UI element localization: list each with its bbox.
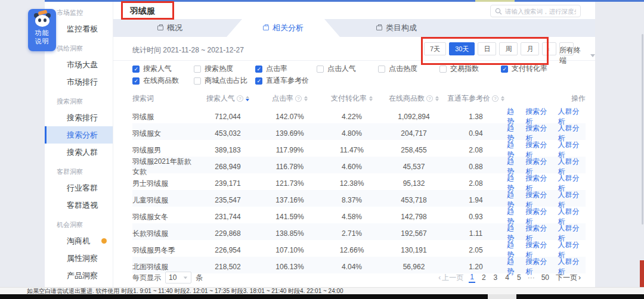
search-input[interactable]	[505, 8, 576, 15]
metric-checkbox-search-heat[interactable]: 搜索热度	[194, 64, 255, 74]
keyword-cell[interactable]: 羽绒服	[132, 112, 197, 122]
feature-help-badge[interactable]: 功能说明	[28, 9, 56, 51]
ztc-price-cell: 2.05	[445, 246, 507, 254]
keyword-cell[interactable]: 儿童羽绒服	[132, 195, 197, 205]
keyword-cell[interactable]: 羽绒服女冬	[132, 212, 197, 222]
metric-row-2: 在线商品数 商城点击占比 直通车参考价	[132, 76, 595, 86]
metric-checkbox-click-rate[interactable]: 点击率	[255, 64, 317, 74]
sidebar-item-customer-perspective[interactable]: 客群透视	[45, 197, 113, 214]
sidebar-item-market-overview[interactable]: 市场大盘	[45, 56, 113, 73]
metric-label: 交易指数	[450, 64, 479, 74]
tab-label: 概况	[167, 23, 182, 33]
sort-icon[interactable]	[304, 96, 308, 101]
sidebar-item-search-analysis[interactable]: 搜索分析	[45, 126, 113, 144]
col-search-popularity[interactable]: 搜索人气	[197, 94, 259, 104]
info-icon[interactable]	[295, 95, 302, 102]
keyword-table: 搜索词 搜索人气 点击率 支付转化率 在线商品数	[113, 90, 595, 273]
metric-checkbox-click-popularity[interactable]: 点击人气	[317, 64, 378, 74]
sidebar-item-search-ranking[interactable]: 搜索排行	[45, 109, 113, 126]
metric-checkbox-online-products[interactable]: 在线商品数	[132, 76, 194, 86]
keyword-cell[interactable]: 羽绒服男	[132, 145, 197, 155]
tab-overview[interactable]: 概况	[113, 19, 227, 37]
col-payment-conversion[interactable]: 支付转化率	[321, 94, 383, 104]
tab-label: 类目构成	[386, 23, 417, 33]
info-icon[interactable]	[426, 95, 433, 102]
col-online-products[interactable]: 在线商品数	[383, 94, 445, 104]
info-icon[interactable]	[492, 95, 499, 102]
per-page-value: 10	[169, 273, 177, 282]
table-row: 羽绒服男 389,183 117.99% 11.47% 258,455 2.08…	[132, 140, 586, 157]
metric-checkbox-ztc-reference-price[interactable]: 直通车参考价	[255, 76, 317, 86]
period-day-button[interactable]: 日	[478, 42, 496, 55]
period-button-group: 7天 30天 日 周 月	[424, 42, 574, 55]
metric-checkbox-mall-click-share[interactable]: 商城点击占比	[194, 76, 255, 86]
tab-related-analysis[interactable]: 相关分析	[227, 19, 340, 37]
sort-icon[interactable]	[435, 96, 439, 101]
terminal-select[interactable]: 所有终端	[559, 45, 595, 66]
sidebar-item-attribute-insight[interactable]: 属性洞察	[45, 250, 113, 267]
ztc-price-cell: 1.11	[445, 229, 507, 238]
sidebar-item-industry-customers[interactable]: 行业客群	[45, 179, 113, 197]
sort-icon[interactable]	[369, 96, 373, 101]
sidebar-item-product-insight[interactable]: 产品洞察	[45, 267, 113, 284]
page-number-2[interactable]: 2	[481, 273, 487, 282]
page-title: 羽绒服	[130, 6, 155, 17]
page-number-5[interactable]: 5	[516, 273, 522, 282]
period-30d-button[interactable]: 30天	[449, 42, 475, 55]
page-number-4[interactable]: 4	[504, 273, 510, 282]
sidebar-section-customer-insight: 客群洞察	[45, 161, 113, 179]
next-page-button[interactable]: 下一页	[556, 273, 581, 283]
tab-category-composition[interactable]: 类目构成	[340, 19, 453, 37]
page-ellipsis: ···	[528, 273, 535, 282]
sort-icon[interactable]	[246, 96, 249, 101]
col-ztc-price[interactable]: 直通车参考价	[445, 94, 507, 104]
page-number-3[interactable]: 3	[493, 273, 499, 282]
col-click-rate[interactable]: 点击率	[259, 94, 321, 104]
click-rate-cell: 139.69%	[259, 129, 321, 138]
period-month-button[interactable]: 月	[521, 42, 539, 55]
sidebar-item-tao-opportunity[interactable]: 淘商机	[45, 232, 113, 250]
keyword-cell[interactable]: 羽绒服男冬季	[132, 245, 197, 256]
period-week-button[interactable]: 周	[499, 42, 518, 55]
keyword-search-box[interactable]	[490, 5, 581, 17]
keyword-cell[interactable]: 男士羽绒服	[132, 179, 197, 189]
chevron-down-icon	[590, 54, 595, 57]
sidebar-item-market-ranking[interactable]: 市场排行	[45, 73, 113, 91]
tab-label: 相关分析	[273, 23, 304, 33]
prev-page-button[interactable]: 上一页	[438, 273, 463, 283]
metric-label: 点击率	[266, 64, 287, 74]
pagination-bar: 每页显示 10 条 上一页 1 2 3 4 5 ··· 50 下一页	[132, 271, 581, 284]
search-popularity-cell: 712,044	[197, 113, 259, 121]
sidebar-item-search-audience[interactable]: 搜索人群	[45, 144, 113, 161]
checkbox-checked-icon	[255, 77, 262, 85]
period-prev-button[interactable]	[542, 42, 556, 55]
metric-checkbox-search-popularity[interactable]: 搜索人气	[132, 64, 194, 74]
col-keyword: 搜索词	[132, 94, 197, 104]
metric-checkbox-payment-conversion[interactable]: 支付转化率	[501, 64, 562, 74]
feature-help-label: 功能说明	[35, 29, 50, 45]
metric-checkbox-transaction-index[interactable]: 交易指数	[439, 64, 501, 74]
payment-conversion-cell: 2.71%	[321, 229, 383, 238]
checkbox-checked-icon	[501, 66, 508, 73]
keyword-cell[interactable]: 北面羽绒服	[132, 262, 197, 272]
payment-conversion-cell: 4.22%	[321, 113, 383, 121]
module-icon	[376, 26, 382, 30]
keyword-cell[interactable]: 羽绒服女	[132, 129, 197, 139]
keyword-cell[interactable]: 长款羽绒服	[132, 229, 197, 239]
table-row: 羽绒服女 453,032 139.69% 4.80% 204,717 0.94 …	[132, 123, 586, 140]
sort-icon[interactable]	[501, 96, 504, 101]
payment-conversion-cell: 8.37%	[321, 196, 383, 204]
checkbox-unchecked-icon	[194, 66, 201, 73]
keyword-cell[interactable]: 羽绒服2021年新款女款	[132, 157, 197, 177]
page-number-1[interactable]: 1	[469, 272, 475, 283]
table-row: 男士羽绒服 239,171 121.73% 12.38% 95,132 2.08…	[132, 173, 586, 190]
period-7d-button[interactable]: 7天	[424, 42, 446, 55]
info-icon[interactable]	[237, 95, 243, 102]
search-popularity-cell: 226,954	[197, 246, 259, 254]
payment-conversion-cell: 4.60%	[321, 163, 383, 171]
metric-row-1: 搜索人气 搜索热度 点击率 点击人气 点击热度 交易指数 支付转化率	[132, 64, 595, 74]
page-number-50[interactable]: 50	[540, 273, 550, 282]
per-page-select[interactable]: 10	[165, 272, 191, 284]
vertical-scrollbar[interactable]	[642, 34, 643, 225]
metric-checkbox-click-heat[interactable]: 点击热度	[378, 64, 439, 74]
